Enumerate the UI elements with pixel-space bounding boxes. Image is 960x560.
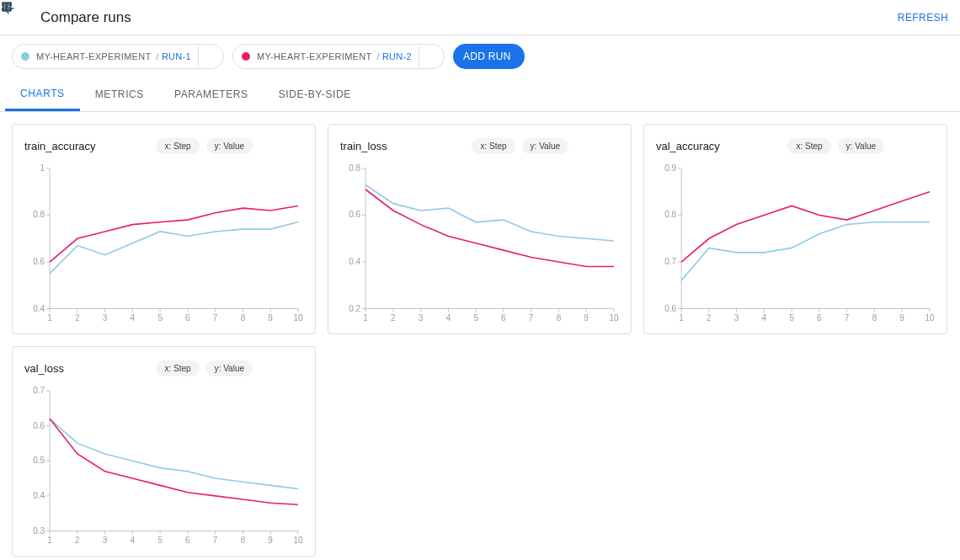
svg-text:6: 6 (817, 313, 822, 323)
svg-text:0.6: 0.6 (349, 210, 360, 219)
svg-text:0.4: 0.4 (33, 304, 45, 313)
chart-card-val_loss: val_lossx: Stepy: Value0.30.40.50.60.712… (12, 346, 316, 557)
svg-text:10: 10 (925, 313, 935, 323)
svg-text:2: 2 (75, 536, 80, 545)
chart-title: val_loss (24, 362, 149, 375)
x-axis-pill[interactable]: x: Step (156, 360, 199, 376)
svg-text:7: 7 (213, 536, 218, 545)
add-run-button[interactable]: ADD RUN (453, 44, 525, 69)
svg-text:8: 8 (872, 313, 877, 323)
svg-text:8: 8 (241, 536, 246, 545)
more-button[interactable] (600, 136, 619, 155)
svg-text:0.4: 0.4 (349, 257, 360, 266)
tab-label: SIDE-BY-SIDE (279, 88, 351, 100)
tab-label: PARAMETERS (174, 88, 248, 100)
svg-text:4: 4 (131, 313, 136, 323)
svg-text:5: 5 (157, 536, 163, 545)
chart-plot[interactable]: 0.40.60.8112345678910 (24, 163, 303, 325)
refresh-label: REFRESH (898, 12, 948, 24)
svg-text:0.4: 0.4 (33, 491, 45, 500)
x-axis-pill[interactable]: x: Step (156, 138, 199, 154)
run2-run: RUN-2 (382, 51, 412, 61)
run1-dropdown-button[interactable] (198, 46, 218, 67)
run-chip-1[interactable]: MY-HEART-EXPERIMENT / RUN-1 (12, 44, 224, 69)
chart-plot[interactable]: 0.30.40.50.60.712345678910 (24, 386, 303, 547)
svg-text:1: 1 (363, 313, 368, 323)
y-axis-pill[interactable]: y: Value (206, 360, 253, 376)
x-axis-pill[interactable]: x: Step (472, 138, 515, 154)
svg-text:0.7: 0.7 (664, 257, 676, 266)
y-axis-pill[interactable]: y: Value (838, 138, 884, 154)
run-chip-2[interactable]: MY-HEART-EXPERIMENT / RUN-2 (232, 44, 445, 69)
svg-text:0.6: 0.6 (33, 421, 45, 430)
chart-card-val_accuracy: val_accuracyx: Stepy: Value0.60.70.80.91… (643, 124, 947, 334)
tab-parameters[interactable]: PARAMETERS (159, 77, 264, 111)
svg-text:0.8: 0.8 (33, 210, 45, 219)
chart-card-train_loss: train_lossx: Stepy: Value0.20.40.60.8123… (328, 124, 632, 334)
svg-text:8: 8 (241, 313, 246, 323)
svg-text:0.8: 0.8 (664, 210, 676, 219)
svg-text:1: 1 (47, 313, 52, 323)
svg-text:0.8: 0.8 (349, 163, 360, 173)
svg-text:0.5: 0.5 (33, 456, 45, 465)
more-button[interactable] (285, 359, 303, 377)
chart-title: train_loss (340, 140, 465, 152)
run1-dot-icon (21, 52, 29, 61)
fullscreen-button[interactable] (259, 136, 278, 155)
svg-text:9: 9 (899, 313, 904, 323)
svg-text:5: 5 (473, 313, 478, 323)
more-vert-icon (0, 0, 13, 13)
svg-text:9: 9 (268, 313, 273, 323)
svg-text:8: 8 (557, 313, 562, 323)
svg-text:2: 2 (391, 313, 396, 323)
svg-text:9: 9 (584, 313, 589, 323)
svg-text:10: 10 (293, 536, 303, 545)
chart-title: val_accuracy (656, 140, 781, 152)
svg-text:7: 7 (845, 313, 850, 323)
svg-text:6: 6 (185, 536, 190, 545)
svg-text:10: 10 (293, 313, 303, 323)
svg-text:4: 4 (762, 313, 767, 323)
svg-text:2: 2 (707, 313, 712, 323)
svg-text:0.6: 0.6 (664, 304, 676, 313)
tab-label: METRICS (95, 88, 144, 100)
tab-label: CHARTS (20, 88, 65, 99)
svg-text:7: 7 (529, 313, 534, 323)
more-button[interactable] (916, 136, 935, 155)
y-axis-pill[interactable]: y: Value (206, 138, 253, 154)
fullscreen-button[interactable] (891, 136, 909, 155)
svg-text:1: 1 (679, 313, 684, 323)
svg-text:6: 6 (501, 313, 506, 323)
tab-charts[interactable]: CHARTS (5, 77, 80, 111)
back-button[interactable] (12, 8, 30, 27)
svg-text:2: 2 (75, 313, 80, 323)
more-button[interactable] (285, 136, 303, 155)
svg-text:1: 1 (40, 163, 45, 173)
svg-text:3: 3 (103, 313, 108, 323)
svg-text:1: 1 (47, 536, 52, 545)
svg-text:6: 6 (185, 313, 190, 323)
tab-side-by-side[interactable]: SIDE-BY-SIDE (264, 77, 366, 111)
x-axis-pill[interactable]: x: Step (787, 138, 830, 154)
svg-text:7: 7 (213, 313, 218, 323)
svg-text:4: 4 (446, 313, 451, 323)
fullscreen-button[interactable] (575, 136, 594, 155)
chart-plot[interactable]: 0.60.70.80.912345678910 (656, 163, 935, 325)
fullscreen-button[interactable] (259, 359, 278, 377)
tab-metrics[interactable]: METRICS (80, 77, 159, 111)
svg-text:5: 5 (157, 313, 163, 323)
add-run-label: ADD RUN (463, 51, 511, 62)
svg-text:3: 3 (103, 536, 108, 545)
y-axis-pill[interactable]: y: Value (522, 138, 568, 154)
chart-plot[interactable]: 0.20.40.60.812345678910 (340, 163, 619, 325)
run2-dot-icon (242, 52, 250, 61)
svg-text:5: 5 (789, 313, 794, 323)
svg-text:10: 10 (609, 313, 619, 323)
page-title: Compare runs (40, 9, 131, 26)
svg-text:0.6: 0.6 (33, 257, 45, 266)
svg-text:0.3: 0.3 (33, 526, 45, 536)
svg-text:0.9: 0.9 (664, 163, 676, 173)
refresh-button[interactable]: REFRESH (898, 12, 948, 24)
svg-text:0.2: 0.2 (349, 304, 360, 313)
run2-dropdown-button[interactable] (419, 46, 439, 67)
